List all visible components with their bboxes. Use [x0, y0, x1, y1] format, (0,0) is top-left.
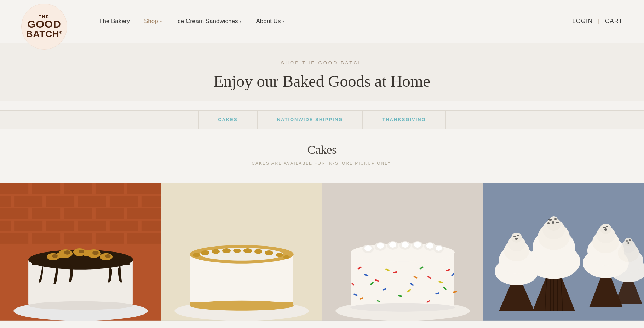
svg-point-129	[606, 226, 608, 227]
svg-rect-7	[46, 196, 74, 207]
svg-rect-11	[142, 196, 161, 207]
svg-rect-22	[142, 221, 161, 231]
svg-point-42	[92, 251, 99, 255]
svg-point-78	[414, 242, 421, 248]
svg-point-117	[550, 216, 558, 225]
svg-point-43	[105, 254, 111, 258]
svg-rect-18	[46, 221, 74, 231]
svg-point-143	[624, 238, 633, 246]
svg-rect-20	[110, 221, 138, 231]
section-title: Cakes	[7, 143, 637, 157]
svg-rect-25	[64, 233, 92, 244]
svg-point-80	[436, 246, 442, 251]
svg-point-105	[350, 303, 455, 312]
svg-rect-8	[78, 196, 106, 207]
svg-rect-14	[64, 208, 92, 219]
svg-point-76	[389, 242, 396, 248]
tab-cakes[interactable]: CAKES	[198, 111, 258, 129]
hero-title: Enjoy our Baked Goods at Home	[7, 72, 637, 91]
nav-links: The Bakery Shop ▾ Ice Cream Sandwiches ▾…	[99, 18, 572, 25]
nav-right: LOGIN | CART	[572, 18, 623, 25]
svg-point-52	[201, 250, 209, 255]
svg-point-135	[511, 233, 522, 243]
logo-batch: BATCH®	[26, 29, 62, 39]
svg-point-74	[364, 245, 372, 251]
svg-point-51	[193, 253, 200, 257]
svg-rect-24	[32, 233, 60, 244]
nav-link-bakery[interactable]: The Bakery	[99, 18, 130, 25]
ice-cream-caret-icon: ▾	[240, 19, 242, 24]
svg-rect-23	[0, 233, 28, 244]
svg-point-54	[222, 248, 231, 253]
svg-point-122	[556, 222, 559, 223]
svg-point-55	[233, 249, 241, 253]
svg-point-39	[52, 254, 58, 258]
svg-point-118	[548, 219, 552, 221]
svg-rect-16	[127, 208, 161, 219]
svg-point-121	[547, 222, 550, 224]
cart-link[interactable]: CART	[605, 18, 623, 25]
svg-point-137	[517, 235, 519, 236]
svg-rect-12	[0, 208, 28, 219]
svg-rect-1	[0, 183, 28, 194]
svg-rect-27	[127, 233, 161, 244]
nav-link-about[interactable]: About Us ▾	[256, 18, 284, 25]
login-link[interactable]: LOGIN	[572, 18, 593, 25]
product-card-2[interactable]	[161, 183, 322, 321]
svg-point-41	[79, 250, 84, 253]
section-note: CAKES ARE AVAILABLE FOR IN-STORE PICKUP …	[7, 161, 637, 166]
svg-rect-9	[110, 196, 138, 207]
svg-point-53	[212, 249, 220, 254]
hero-subtitle: SHOP THE GOOD BATCH	[7, 60, 637, 66]
svg-rect-31	[32, 260, 130, 265]
product-card-1[interactable]	[0, 183, 161, 321]
nav-link-shop[interactable]: Shop ▾	[144, 18, 162, 25]
svg-rect-3	[64, 183, 92, 194]
svg-rect-10	[0, 196, 11, 207]
svg-point-56	[243, 248, 252, 253]
svg-point-57	[254, 249, 262, 254]
svg-point-146	[627, 242, 629, 244]
svg-point-138	[515, 238, 518, 240]
svg-point-40	[64, 250, 70, 255]
svg-point-119	[554, 218, 557, 220]
tabs-bar: CAKES NATIONWIDE SHIPPING THANKSGIVING	[0, 111, 644, 129]
svg-point-130	[604, 228, 607, 231]
svg-rect-5	[127, 183, 161, 194]
svg-rect-6	[14, 196, 42, 207]
svg-rect-62	[190, 302, 293, 306]
svg-rect-15	[96, 208, 124, 219]
svg-rect-26	[96, 233, 124, 244]
svg-point-144	[626, 240, 628, 242]
svg-point-128	[603, 227, 606, 228]
svg-point-77	[402, 242, 409, 248]
svg-rect-17	[14, 221, 42, 231]
svg-point-120	[552, 221, 554, 224]
logo[interactable]: THE GOOD BATCH®	[21, 4, 67, 50]
nav-link-ice-cream[interactable]: Ice Cream Sandwiches ▾	[176, 18, 242, 25]
svg-rect-2	[32, 183, 60, 194]
shop-caret-icon: ▾	[160, 19, 162, 24]
nav-divider: |	[598, 18, 600, 24]
product-card-3[interactable]	[322, 183, 483, 321]
products-grid	[0, 183, 644, 321]
logo-circle: THE GOOD BATCH®	[21, 4, 67, 50]
tabs-section: CAKES NATIONWIDE SHIPPING THANKSGIVING	[0, 110, 644, 129]
svg-point-60	[283, 255, 290, 259]
logo-good: GOOD	[27, 19, 61, 29]
product-card-4[interactable]	[483, 183, 644, 321]
svg-point-79	[426, 243, 433, 249]
tab-nationwide-shipping[interactable]: NATIONWIDE SHIPPING	[258, 111, 363, 129]
svg-point-75	[377, 243, 384, 249]
about-caret-icon: ▾	[282, 19, 284, 24]
svg-rect-13	[32, 208, 60, 219]
svg-rect-4	[96, 183, 124, 194]
svg-point-59	[276, 253, 283, 257]
tab-thanksgiving[interactable]: THANKSGIVING	[363, 111, 446, 129]
svg-point-145	[629, 239, 631, 241]
content-section: Cakes CAKES ARE AVAILABLE FOR IN-STORE P…	[0, 129, 644, 183]
hero-section: SHOP THE GOOD BATCH Enjoy our Baked Good…	[0, 43, 644, 101]
svg-point-136	[513, 236, 516, 237]
navbar: THE GOOD BATCH® The Bakery Shop ▾ Ice Cr…	[0, 0, 644, 43]
svg-rect-19	[78, 221, 106, 231]
